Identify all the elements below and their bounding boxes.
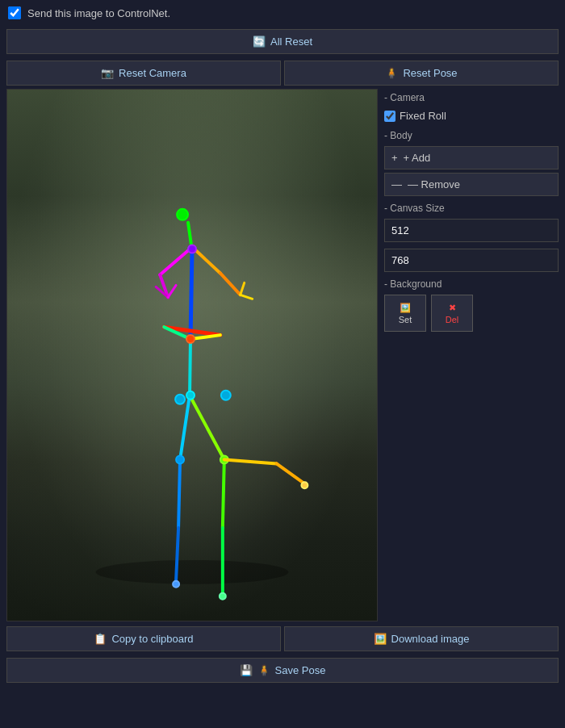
add-body-button[interactable]: + + Add [384,146,559,169]
svg-line-21 [190,397,224,460]
svg-line-3 [160,251,188,275]
send-to-controlnet-label: Send this image to ControlNet. [27,7,170,19]
svg-line-10 [241,295,253,299]
set-bg-icon: 🖼️ [400,303,411,313]
download-image-button[interactable]: 🖼️ Download image [284,626,559,651]
canvas-width-input[interactable]: 512 [384,219,559,242]
camera-section-label: - Camera [384,89,559,105]
canvas-size-label: - Canvas Size [384,199,559,215]
fixed-roll-row: Fixed Roll [384,108,559,123]
canvas-height-input[interactable]: 768 [384,249,559,272]
remove-body-button[interactable]: — — Remove [384,173,559,196]
svg-point-28 [301,482,308,488]
svg-line-22 [223,459,224,528]
svg-line-26 [224,459,277,463]
svg-point-0 [96,560,289,584]
svg-line-9 [241,282,245,295]
body-section-label: - Body [384,127,559,143]
copy-to-clipboard-button[interactable]: 📋 Copy to clipboard [6,626,281,651]
main-area: - Camera Fixed Roll - Body + + Add — — R… [0,89,565,621]
camera-icon: 📷 [101,67,114,79]
svg-line-6 [168,285,176,297]
reset-pose-button[interactable]: 🧍 Reset Pose [284,61,559,86]
svg-line-7 [196,251,220,274]
all-reset-row: 🔄 All Reset [0,26,565,57]
remove-icon: — [391,178,402,190]
svg-line-27 [277,463,305,483]
send-to-controlnet-checkbox[interactable] [8,6,21,19]
pose-canvas[interactable] [6,89,378,621]
svg-point-15 [221,391,231,400]
fixed-roll-label: Fixed Roll [400,110,446,122]
svg-point-32 [186,335,195,343]
camera-pose-reset-row: 📷 Reset Camera 🧍 Reset Pose [0,57,565,89]
save-icon: 💾 [240,664,253,676]
download-icon: 🖼️ [374,633,387,645]
del-background-button[interactable]: ✖ Del [431,295,473,332]
svg-point-31 [188,245,196,253]
set-background-button[interactable]: 🖼️ Set [384,295,426,332]
right-panel: - Camera Fixed Roll - Body + + Add — — R… [384,89,559,621]
add-icon: + [391,152,398,164]
copy-icon: 📋 [94,633,107,645]
del-bg-icon: ✖ [449,303,456,313]
svg-line-13 [190,339,190,395]
fixed-roll-checkbox[interactable] [384,111,396,122]
background-section-label: - Background [384,275,559,291]
pose-save-icon2: 🧍 [257,664,270,676]
svg-line-11 [190,251,192,340]
svg-line-17 [178,459,180,528]
save-pose-button[interactable]: 💾 🧍 Save Pose [6,658,559,683]
pose-skeleton[interactable] [7,90,377,621]
send-to-controlnet-row: Send this image to ControlNet. [0,0,565,26]
reset-all-icon: 🔄 [253,36,266,48]
svg-line-16 [180,395,190,460]
svg-point-33 [186,391,195,400]
all-reset-button[interactable]: 🔄 All Reset [6,29,559,54]
reset-camera-button[interactable]: 📷 Reset Camera [6,61,281,86]
svg-line-8 [220,273,241,295]
save-pose-row: 💾 🧍 Save Pose [0,655,565,689]
svg-point-20 [173,581,179,588]
svg-point-2 [177,209,188,220]
svg-point-18 [176,455,184,463]
svg-point-14 [175,395,185,404]
pose-icon: 🧍 [385,67,398,79]
bottom-action-row: 📋 Copy to clipboard 🖼️ Download image [0,621,565,655]
background-buttons: 🖼️ Set ✖ Del [384,295,559,332]
svg-point-25 [220,593,226,600]
